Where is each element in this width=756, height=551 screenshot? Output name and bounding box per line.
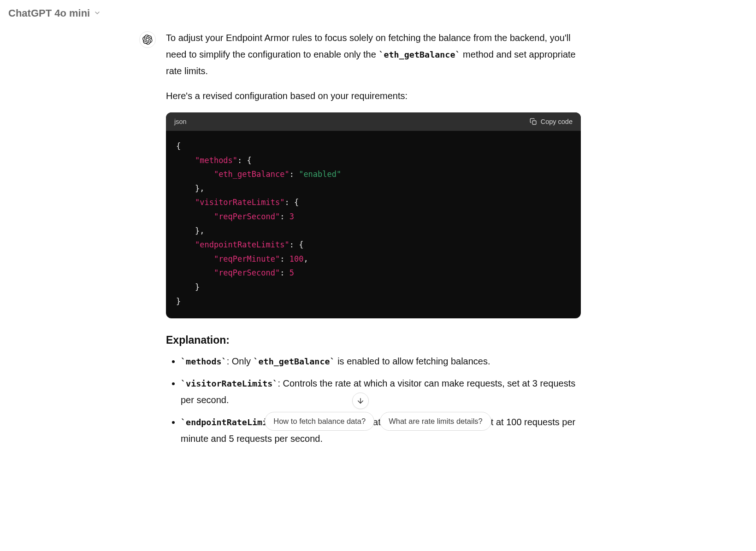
suggestion-pill[interactable]: How to fetch balance data?	[265, 412, 374, 431]
explanation-heading: Explanation:	[166, 334, 581, 346]
inline-code: `eth_getBalance`	[378, 50, 460, 59]
code-block: json Copy code { "methods": { "eth_getBa…	[166, 112, 581, 318]
copy-code-button[interactable]: Copy code	[530, 118, 573, 125]
inline-code: `eth_getBalance`	[253, 357, 335, 366]
assistant-avatar	[139, 31, 156, 48]
model-name: ChatGPT 4o mini	[8, 7, 90, 19]
list-item: `methods`: Only `eth_getBalance` is enab…	[181, 353, 581, 369]
explanation-list: `methods`: Only `eth_getBalance` is enab…	[166, 353, 581, 447]
suggestion-pill[interactable]: What are rate limits details?	[380, 412, 491, 431]
code-block-header: json Copy code	[166, 112, 581, 131]
inline-code: `visitorRateLimits`	[181, 379, 278, 388]
chevron-down-icon	[94, 7, 101, 19]
inline-code: `methods`	[181, 357, 227, 366]
openai-logo-icon	[142, 35, 153, 45]
list-item: `visitorRateLimits`: Controls the rate a…	[181, 375, 581, 408]
arrow-down-icon	[356, 397, 365, 405]
paragraph: Here's a revised configuration based on …	[166, 88, 581, 104]
model-switcher[interactable]: ChatGPT 4o mini	[0, 0, 756, 27]
paragraph: To adjust your Endpoint Armor rules to f…	[166, 29, 581, 79]
scroll-down-button[interactable]	[352, 393, 369, 409]
svg-rect-0	[532, 121, 536, 124]
code-content[interactable]: { "methods": { "eth_getBalance": "enable…	[166, 131, 581, 318]
copy-icon	[530, 118, 537, 125]
assistant-message: To adjust your Endpoint Armor rules to f…	[0, 29, 756, 452]
code-language-label: json	[174, 118, 187, 125]
